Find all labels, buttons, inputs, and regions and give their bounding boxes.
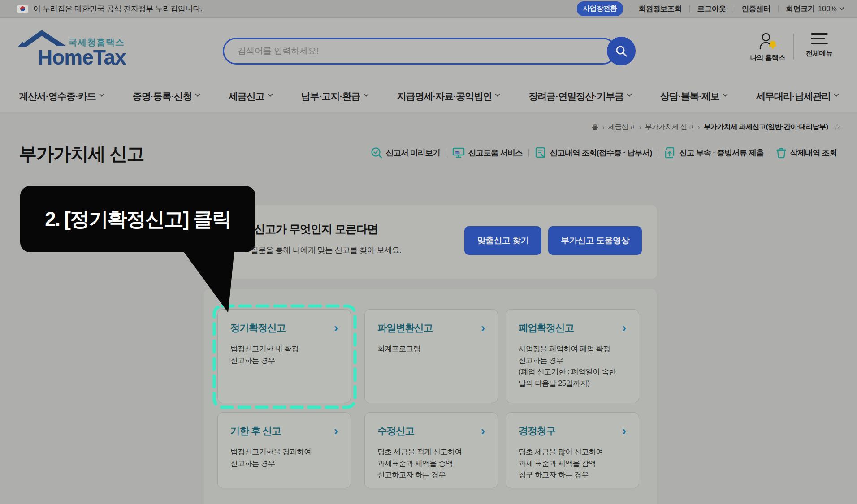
- nav-item-tax-agent[interactable]: 세무대리·납세관리: [756, 90, 838, 103]
- report-preview-link[interactable]: 신고서 미리보기: [365, 147, 446, 159]
- my-hometax-button[interactable]: 나의 홈택스: [742, 28, 793, 73]
- card-amended-filing[interactable]: 수정신고 › 당초 세금을 적게 신고하여 과세표준과 세액을 증액 신고하고자…: [364, 412, 498, 488]
- page-action-links: 신고서 미리보기 신고도움 서비스 신고내역 조회(접수증 · 납부서) 신고 …: [365, 147, 843, 159]
- nav-item-certificates[interactable]: 증명·등록·신청: [133, 90, 199, 103]
- chevron-right-icon: ›: [334, 426, 338, 435]
- attachments-submit-link[interactable]: 신고 부속 · 증빙서류 제출: [658, 147, 769, 159]
- filing-helper-panel: 신고가 무엇인지 모른다면 질문을 통해 나에게 맞는 신고를 찾아 보세요. …: [204, 205, 657, 279]
- chevron-down-icon: [364, 92, 368, 97]
- logout-link[interactable]: 로그아웃: [690, 4, 734, 14]
- breadcrumb: 홈 › 세금신고 › 부가가치세 신고 › 부가가치세 과세신고(일반·간이·대…: [592, 122, 841, 132]
- chevron-down-icon: [99, 92, 104, 97]
- page-title: 부가가치세 신고: [19, 142, 144, 166]
- card-file-conversion-filing[interactable]: 파일변환신고 › 회계프로그램: [364, 309, 498, 403]
- card-closure-final-filing[interactable]: 폐업확정신고 › 사업장을 폐업하여 폐업 확정 신고하는 경우 (폐업 신고기…: [506, 309, 639, 403]
- korean-flag-icon: [17, 5, 28, 13]
- deleted-history-link[interactable]: 삭제내역 조회: [770, 147, 843, 159]
- filing-history-link[interactable]: 신고내역 조회(접수증 · 납부서): [529, 147, 658, 159]
- custom-filing-finder-button[interactable]: 맞춤신고 찾기: [464, 226, 541, 255]
- screen-zoom-label: 화면크기: [786, 4, 815, 14]
- main-nav: 계산서·영수증·카드 증명·등록·신청 세금신고 납부·고지·환급 지급명세·자…: [0, 81, 857, 112]
- breadcrumb-separator: ›: [698, 124, 700, 131]
- breadcrumb-separator: ›: [639, 124, 641, 131]
- chevron-right-icon: ›: [481, 323, 485, 332]
- nav-item-tax-filing[interactable]: 세금신고: [229, 90, 272, 103]
- search-icon: [615, 44, 628, 58]
- preview-check-icon: [371, 147, 382, 159]
- chevron-down-icon: [268, 92, 273, 97]
- top-utility-bar: 이 누리집은 대한민국 공식 전자정부 누리집입니다. 사업장전환 회원정보조회…: [0, 0, 857, 18]
- card-correction-claim[interactable]: 경정청구 › 당초 세금을 많이 신고하여 과세 표준과 세액을 감액 청구 하…: [506, 412, 639, 488]
- chevron-down-icon: [195, 92, 200, 97]
- step-annotation-text: 2. [정기확정신고] 클릭: [45, 206, 230, 233]
- nav-item-consultation[interactable]: 상담·불복·제보: [660, 90, 727, 103]
- breadcrumb-tax-filing[interactable]: 세금신고: [608, 122, 635, 132]
- breadcrumb-separator: ›: [602, 124, 604, 131]
- chevron-down-icon: [627, 92, 632, 97]
- logo-title: HomeTax: [38, 45, 126, 69]
- helper-title: 신고가 무엇인지 모른다면: [254, 222, 378, 237]
- chevron-down-icon: [495, 92, 500, 97]
- hometax-logo[interactable]: 국세청홈택스 HomeTax: [19, 26, 135, 73]
- filing-help-service-link[interactable]: 신고도움 서비스: [446, 147, 528, 159]
- screen-zoom-value: 100%: [818, 4, 837, 13]
- nav-item-statements[interactable]: 지급명세·자료·공익법인: [397, 90, 499, 103]
- all-menu-label: 전체메뉴: [806, 49, 833, 58]
- member-info-link[interactable]: 회원정보조회: [631, 4, 689, 14]
- filing-type-cards-panel: 정기확정신고 › 법정신고기한 내 확정 신고하는 경우 파일변환신고 › 회계…: [204, 289, 657, 504]
- favorite-star-icon[interactable]: ☆: [833, 122, 841, 132]
- chevron-down-icon: [834, 92, 839, 97]
- chevron-down-icon: [723, 92, 727, 97]
- breadcrumb-home[interactable]: 홈: [592, 122, 598, 132]
- trash-icon: [776, 147, 787, 159]
- step-annotation-tooltip: 2. [정기확정신고] 클릭: [20, 186, 255, 252]
- hamburger-menu-icon: [811, 32, 828, 45]
- all-menu-button[interactable]: 전체메뉴: [793, 28, 845, 73]
- nav-item-incentives[interactable]: 장려금·연말정산·기부금: [528, 90, 631, 103]
- card-late-filing[interactable]: 기한 후 신고 › 법정신고기한을 경과하여 신고하는 경우: [217, 412, 351, 488]
- tooltip-tail: [177, 249, 240, 316]
- breadcrumb-current: 부가가치세 과세신고(일반·간이·대리납부): [704, 122, 828, 132]
- business-switch-button[interactable]: 사업장전환: [577, 1, 623, 16]
- auth-center-link[interactable]: 인증센터: [734, 4, 778, 14]
- site-header: 국세청홈택스 HomeTax 나의 홈택스 전체메뉴: [0, 18, 857, 81]
- monitor-icon: [452, 147, 465, 159]
- search-bar[interactable]: [223, 38, 616, 65]
- breadcrumb-vat[interactable]: 부가가치세 신고: [645, 122, 694, 132]
- chevron-right-icon: ›: [622, 426, 626, 435]
- document-upload-icon: [664, 147, 675, 159]
- chevron-right-icon: ›: [334, 323, 338, 332]
- search-input[interactable]: [238, 46, 583, 56]
- my-hometax-label: 나의 홈택스: [750, 53, 785, 63]
- card-regular-final-filing[interactable]: 정기확정신고 › 법정신고기한 내 확정 신고하는 경우: [217, 309, 351, 403]
- document-icon: [535, 147, 546, 159]
- nav-item-payment[interactable]: 납부·고지·환급: [301, 90, 368, 103]
- chevron-right-icon: ›: [622, 323, 626, 332]
- gov-site-notice: 이 누리집은 대한민국 공식 전자정부 누리집입니다.: [33, 4, 202, 14]
- divider: [793, 34, 794, 60]
- my-hometax-icon: [758, 32, 778, 50]
- chevron-right-icon: ›: [481, 426, 485, 435]
- search-button[interactable]: [607, 37, 636, 65]
- chevron-down-icon: [839, 5, 844, 10]
- nav-item-invoices[interactable]: 계산서·영수증·카드: [19, 90, 104, 103]
- helper-subtitle: 질문을 통해 나에게 맞는 신고를 찾아 보세요.: [251, 245, 402, 255]
- screen-zoom-control[interactable]: 화면크기 100%: [779, 4, 844, 14]
- vat-help-video-button[interactable]: 부가신고 도움영상: [548, 226, 642, 255]
